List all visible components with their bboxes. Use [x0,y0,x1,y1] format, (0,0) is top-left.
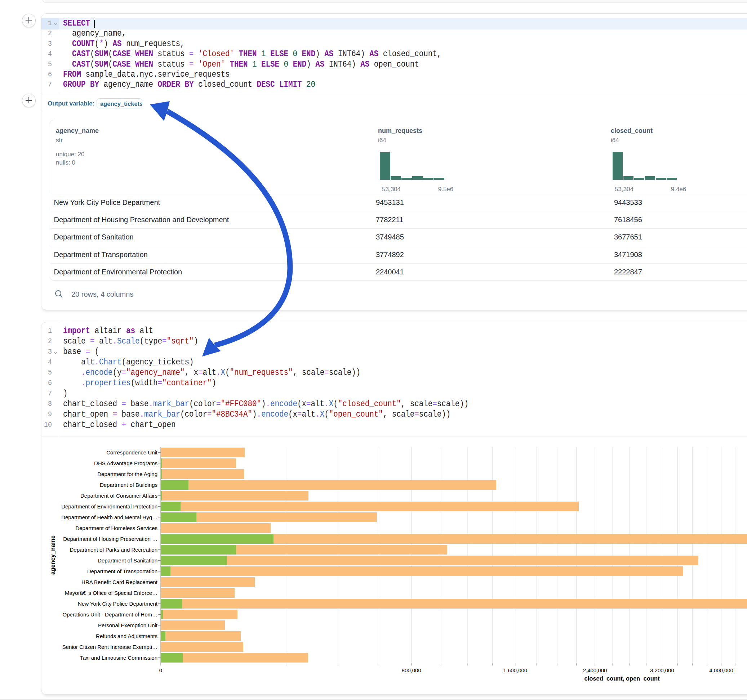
svg-text:Operations Unit - Department o: Operations Unit - Department of Hom… [63,611,157,617]
svg-text:DHS Advantage Programs: DHS Advantage Programs [94,460,157,466]
svg-text:agency_name: agency_name [49,536,56,575]
svg-text:Department of Consumer Affairs: Department of Consumer Affairs [80,493,157,499]
svg-text:Correspondence Unit: Correspondence Unit [106,450,158,456]
svg-text:Refunds and Adjustments: Refunds and Adjustments [96,633,157,639]
svg-text:2,400,000: 2,400,000 [583,667,607,673]
svg-text:HRA Benefit Card Replacement: HRA Benefit Card Replacement [82,579,158,585]
svg-text:4,000,000: 4,000,000 [709,667,733,673]
svg-text:3,200,000: 3,200,000 [650,667,674,673]
svg-text:Department of Sanitation: Department of Sanitation [98,557,157,564]
svg-text:Senior Citizen Rent Increase E: Senior Citizen Rent Increase Exempti… [62,644,157,650]
svg-text:Department of Parks and Recrea: Department of Parks and Recreation [70,547,157,553]
svg-text:Taxi and Limousine Commission: Taxi and Limousine Commission [80,655,157,661]
svg-text:Department of Buildings: Department of Buildings [100,482,157,488]
svg-text:1,600,000: 1,600,000 [503,667,527,673]
svg-text:Personal Exemption Unit: Personal Exemption Unit [98,622,158,628]
svg-text:800,000: 800,000 [402,667,421,673]
svg-text:closed_count, open_count: closed_count, open_count [584,675,660,682]
svg-text:New York City Police Departmen: New York City Police Department [78,600,158,607]
svg-text:Department of Environmental Pr: Department of Environmental Protection [61,503,157,510]
svg-text:0: 0 [159,667,162,673]
svg-text:Department of Homeless Service: Department of Homeless Services [75,525,157,531]
svg-text:Department for the Aging: Department for the Aging [97,471,157,477]
svg-text:Department of Health and Menta: Department of Health and Mental Hyg… [61,514,157,520]
svg-text:Department of Transportation: Department of Transportation [87,568,157,574]
svg-text:Department of Housing Preserva: Department of Housing Preservation … [63,536,157,542]
svg-text:Mayorâ€ s Office of Special E: Mayorâ€ s Office of Special Enforce… [65,590,157,596]
